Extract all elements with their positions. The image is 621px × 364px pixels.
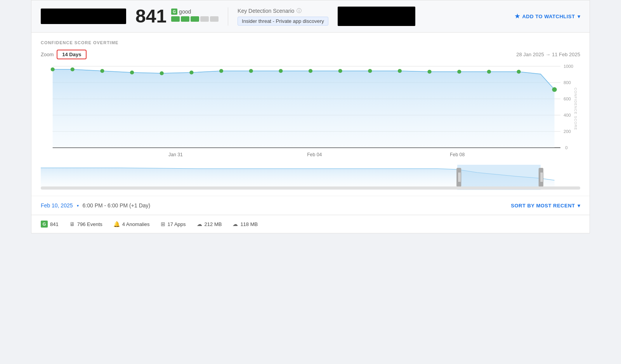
stat-anomalies-value: 4 Anomalies (122, 221, 150, 227)
svg-point-7 (71, 67, 75, 71)
stat-anomalies: 🔔 4 Anomalies (113, 221, 150, 227)
bar-5 (210, 16, 219, 22)
main-chart: 1000 800 600 400 200 0 Jan 31 Feb 04 Feb… (41, 62, 580, 163)
svg-point-19 (428, 70, 432, 74)
scrollbar-track[interactable] (41, 186, 580, 190)
svg-point-14 (279, 69, 283, 73)
svg-text:400: 400 (564, 113, 571, 117)
svg-point-13 (249, 69, 253, 73)
chart-section: CONFIDENCE SCORE OVERTIME Zoom 14 Days 2… (31, 33, 590, 196)
watchlist-label: ADD TO WATCHLIST (522, 14, 575, 19)
svg-point-23 (552, 87, 557, 92)
svg-text:CONFIDENCE SCORE: CONFIDENCE SCORE (574, 88, 578, 130)
page-wrapper: 841 G good Key D (31, 0, 590, 233)
header-redacted-box (41, 9, 126, 24)
stat-events-value: 796 Events (77, 221, 102, 227)
svg-point-6 (51, 67, 55, 71)
star-icon: ★ (515, 13, 520, 20)
stat-score-value: 841 (50, 221, 59, 227)
svg-text:600: 600 (564, 97, 571, 101)
header-redacted-box2 (338, 7, 415, 26)
zoom-control: Zoom 14 Days (41, 50, 87, 59)
stat-download: ☁ 118 MB (232, 221, 258, 227)
bar-1 (171, 16, 180, 22)
svg-point-8 (100, 69, 104, 73)
score-g-icon: G (41, 221, 48, 228)
svg-point-20 (457, 70, 461, 74)
svg-point-10 (160, 71, 164, 75)
chart-title: CONFIDENCE SCORE OVERTIME (41, 40, 580, 45)
sort-dropdown-icon[interactable]: ▾ (578, 203, 581, 209)
watchlist-dropdown-icon: ▾ (578, 14, 581, 19)
svg-text:200: 200 (564, 129, 571, 134)
svg-point-22 (517, 70, 520, 74)
good-icon: G (171, 9, 177, 15)
svg-point-12 (219, 69, 223, 73)
date-from: 28 Jan 2025 (516, 52, 544, 57)
svg-text:800: 800 (564, 80, 571, 85)
stat-score: G 841 (41, 221, 59, 228)
svg-point-9 (130, 71, 134, 74)
date-filter[interactable]: Feb 10, 2025 ▾ 6:00 PM - 6:00 PM (+1 Day… (41, 202, 150, 209)
stats-bar: G 841 🖥 796 Events 🔔 4 Anomalies ⊞ 17 Ap… (31, 215, 590, 233)
add-to-watchlist-button[interactable]: ★ ADD TO WATCHLIST ▾ (515, 13, 580, 20)
bar-4 (200, 16, 209, 22)
stat-apps: ⊞ 17 Apps (161, 221, 186, 227)
score-section: 841 G good (135, 7, 219, 26)
sort-label: SORT BY MOST RECENT (511, 203, 575, 209)
chart-svg: 1000 800 600 400 200 0 Jan 31 Feb 04 Feb… (41, 62, 580, 163)
score-meta: G good (171, 7, 219, 22)
svg-text:0: 0 (565, 145, 567, 150)
zoom-days-button[interactable]: 14 Days (57, 50, 87, 59)
sort-control[interactable]: SORT BY MOST RECENT ▾ (511, 203, 580, 209)
header-left: 841 G good Key D (41, 7, 415, 26)
time-range: 6:00 PM - 6:00 PM (+1 Day) (83, 202, 151, 209)
bar-3 (191, 16, 199, 22)
apps-icon: ⊞ (161, 221, 165, 227)
stat-upload-value: 212 MB (205, 221, 222, 227)
events-icon: 🖥 (69, 221, 75, 227)
svg-point-11 (189, 71, 193, 74)
detection-scenario: Key Detection Scenario ⓘ Insider threat … (228, 7, 328, 26)
header-section: 841 G good Key D (31, 0, 590, 33)
svg-point-18 (398, 69, 402, 73)
score-bars (171, 16, 219, 22)
stat-download-value: 118 MB (240, 221, 258, 227)
stat-apps-value: 17 Apps (168, 221, 186, 227)
svg-point-21 (487, 70, 491, 74)
date-to: 11 Feb 2025 (552, 52, 580, 57)
detection-title-text: Key Detection Scenario (238, 8, 294, 14)
stat-upload: ☁ 212 MB (197, 221, 222, 227)
anomalies-icon: 🔔 (113, 221, 120, 227)
svg-text:Jan 31: Jan 31 (168, 152, 183, 157)
mini-chart[interactable] (41, 165, 580, 192)
detection-title: Key Detection Scenario ⓘ (238, 7, 328, 14)
zoom-label: Zoom (41, 52, 54, 57)
zoom-row: Zoom 14 Days 28 Jan 2025 → 11 Feb 2025 (41, 50, 580, 59)
svg-point-15 (309, 69, 312, 73)
svg-point-17 (368, 69, 372, 73)
date-dropdown-icon[interactable]: ▾ (77, 204, 79, 208)
good-badge: G good (171, 9, 219, 15)
date-range: 28 Jan 2025 → 11 Feb 2025 (516, 52, 580, 57)
detection-badge: Insider threat - Private app discovery (238, 17, 328, 26)
good-label: good (179, 9, 191, 15)
svg-text:1000: 1000 (564, 64, 573, 69)
filter-date: Feb 10, 2025 (41, 202, 73, 209)
svg-text:Feb 04: Feb 04 (307, 152, 322, 157)
svg-point-16 (338, 69, 342, 73)
score-number: 841 (135, 7, 167, 26)
info-icon[interactable]: ⓘ (297, 7, 302, 14)
download-icon: ☁ (232, 221, 238, 227)
stat-events: 🖥 796 Events (69, 221, 102, 227)
filter-row: Feb 10, 2025 ▾ 6:00 PM - 6:00 PM (+1 Day… (31, 196, 590, 215)
bar-2 (181, 16, 189, 22)
upload-icon: ☁ (197, 221, 202, 227)
date-arrow: → (545, 52, 552, 57)
svg-text:Feb 08: Feb 08 (450, 152, 465, 157)
